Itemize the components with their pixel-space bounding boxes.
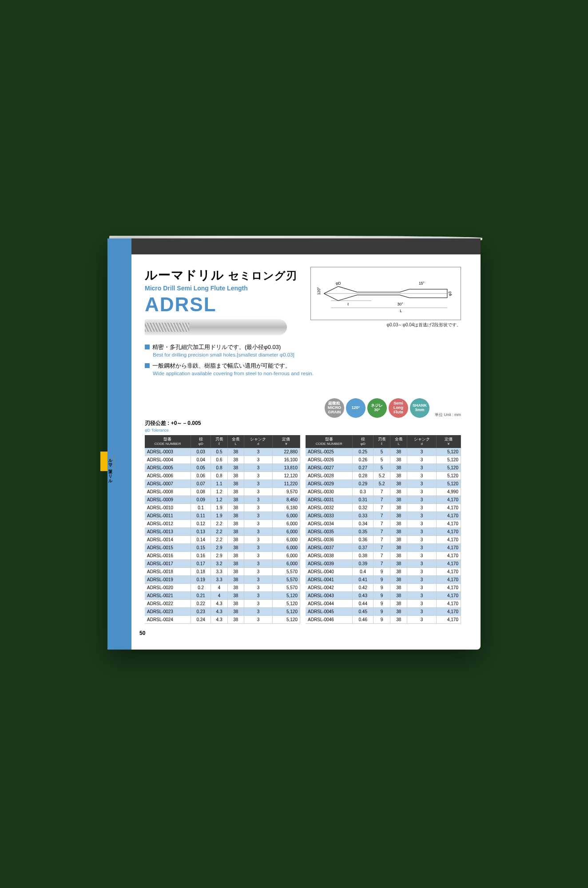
table-row: ADRSL-00210.2143835,120: [145, 591, 300, 599]
table-cell: 13,810: [272, 464, 300, 472]
product-title-jp: ルーマドリル セミロング刃: [145, 267, 297, 284]
table-cell: 38: [390, 456, 407, 464]
table-cell: 38: [390, 535, 407, 543]
table-cell: 5,120: [436, 472, 461, 480]
table-cell: ADRSL-0040: [306, 567, 353, 575]
table-cell: 4,170: [436, 503, 461, 511]
feature-list: 精密・多孔細穴加工用ドリルです。(最小径φ0.03) Best for dril…: [145, 343, 461, 376]
table-cell: 0.07: [191, 480, 211, 488]
table-cell: 38: [227, 543, 244, 551]
table-cell: 0.24: [191, 615, 211, 623]
table-cell: 4,170: [436, 511, 461, 519]
table-cell: 0.39: [353, 559, 373, 567]
column-header: 刃長ℓ: [373, 435, 390, 448]
table-cell: 7: [373, 496, 390, 503]
table-cell: 3: [407, 480, 437, 488]
table-cell: 38: [390, 480, 407, 488]
table-cell: 3: [244, 583, 272, 591]
table-cell: 0.8: [211, 472, 227, 480]
table-row: ADRSL-00230.234.33835,120: [145, 607, 300, 615]
table-cell: 7: [373, 519, 390, 527]
table-cell: ADRSL-0008: [145, 488, 191, 496]
table-cell: 3: [407, 519, 437, 527]
table-cell: 38: [227, 496, 244, 503]
table-cell: 22,880: [272, 448, 300, 456]
table-row: ADRSL-00070.071.138311,220: [145, 480, 300, 488]
table-cell: 38: [390, 607, 407, 615]
table-cell: 0.41: [353, 575, 373, 583]
column-header: シャンクd: [244, 435, 272, 448]
table-row: ADRSL-00440.4493834,170: [306, 599, 461, 607]
table-row: ADRSL-00460.4693834,170: [306, 615, 461, 623]
table-cell: 3: [244, 607, 272, 615]
table-cell: 38: [227, 607, 244, 615]
table-cell: 5,120: [272, 591, 300, 599]
table-cell: 2.2: [211, 527, 227, 535]
table-cell: 4,170: [436, 575, 461, 583]
table-cell: 3: [244, 488, 272, 496]
table-cell: 38: [227, 511, 244, 519]
product-title-en: Micro Drill Semi Long Flute Length: [145, 285, 297, 292]
table-cell: 0.22: [191, 599, 211, 607]
table-cell: 7: [373, 535, 390, 543]
table-cell: 3: [244, 496, 272, 503]
column-header: 径φD: [353, 435, 373, 448]
table-cell: 7: [373, 503, 390, 511]
table-cell: 38: [390, 575, 407, 583]
table-row: ADRSL-00290.295.23835,120: [306, 480, 461, 488]
table-cell: 5,120: [436, 448, 461, 456]
table-row: ADRSL-00240.244.33835,120: [145, 615, 300, 623]
table-row: ADRSL-00340.3473834,170: [306, 519, 461, 527]
table-cell: 6,000: [272, 551, 300, 559]
catalog-page: ルーマ型ドリル Micro Drill ルーマドリル セミロング刃 Micro …: [107, 238, 481, 649]
table-cell: 0.26: [353, 456, 373, 464]
table-cell: 38: [227, 535, 244, 543]
table-cell: ADRSL-0023: [145, 607, 191, 615]
column-header: 刃長ℓ: [211, 435, 227, 448]
table-cell: 38: [227, 448, 244, 456]
table-cell: 3: [244, 472, 272, 480]
table-cell: 3.3: [211, 575, 227, 583]
diag-shank: φ3: [448, 291, 452, 296]
table-cell: 0.11: [191, 511, 211, 519]
table-cell: 38: [227, 456, 244, 464]
table-cell: ADRSL-0016: [145, 551, 191, 559]
table-row: ADRSL-00350.3573834,170: [306, 527, 461, 535]
table-cell: 0.28: [353, 472, 373, 480]
table-row: ADRSL-00450.4593834,170: [306, 607, 461, 615]
table-cell: 0.46: [353, 615, 373, 623]
table-cell: 3: [407, 591, 437, 599]
table-row: ADRSL-00040.040.638316,100: [145, 456, 300, 464]
table-cell: 4,170: [436, 519, 461, 527]
table-cell: 4,170: [436, 615, 461, 623]
spec-table-left: 型番CODE NUMBER径φD刃長ℓ全長Lシャンクd定価¥ADRSL-0003…: [145, 435, 300, 623]
table-cell: 38: [390, 519, 407, 527]
table-cell: 0.36: [353, 535, 373, 543]
table-cell: ADRSL-0041: [306, 575, 353, 583]
table-row: ADRSL-00060.060.838312,120: [145, 472, 300, 480]
table-cell: 3: [407, 567, 437, 575]
table-cell: 1.1: [211, 480, 227, 488]
table-row: ADRSL-00130.132.23836,000: [145, 527, 300, 535]
section-label-en: Micro Drill: [112, 456, 115, 470]
table-cell: 12,120: [272, 472, 300, 480]
table-cell: 4,170: [436, 535, 461, 543]
table-cell: 9,570: [272, 488, 300, 496]
table-cell: ADRSL-0004: [145, 456, 191, 464]
table-cell: 5,570: [272, 575, 300, 583]
table-cell: ADRSL-0039: [306, 559, 353, 567]
table-cell: 7: [373, 543, 390, 551]
table-cell: 38: [227, 527, 244, 535]
table-cell: 5,120: [272, 607, 300, 615]
table-cell: 38: [390, 615, 407, 623]
table-cell: 0.42: [353, 583, 373, 591]
table-row: ADRSL-00190.193.33835,570: [145, 575, 300, 583]
table-cell: 0.45: [353, 607, 373, 615]
table-cell: 38: [227, 615, 244, 623]
table-cell: 1.9: [211, 503, 227, 511]
table-cell: 38: [227, 567, 244, 575]
table-cell: 38: [227, 599, 244, 607]
bullet-1-jp: 精密・多孔細穴加工用ドリルです。(最小径φ0.03): [152, 344, 281, 350]
table-row: ADRSL-00140.142.23836,000: [145, 535, 300, 543]
table-row: ADRSL-00200.243835,570: [145, 583, 300, 591]
